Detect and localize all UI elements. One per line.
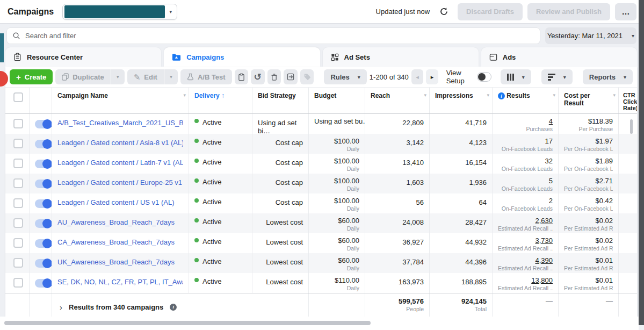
campaign-toggle[interactable] [35, 199, 51, 208]
ad-sets-grid-icon [331, 53, 339, 61]
campaign-toggle[interactable] [35, 160, 51, 168]
row-checkbox[interactable] [13, 218, 23, 228]
tab-ads[interactable]: Ads [481, 47, 637, 67]
export-button[interactable] [284, 69, 298, 84]
campaign-toggle[interactable] [35, 239, 51, 248]
sort-caret-icon[interactable]: ▾ [553, 92, 555, 98]
columns-button[interactable]: ▾ [501, 69, 531, 84]
tag-icon [303, 73, 311, 81]
totals-summary[interactable]: › Results from 340 campaigns i [52, 293, 309, 317]
results-value[interactable]: 4,390 [498, 256, 553, 264]
column-header-impressions[interactable]: Impressions ▾ [430, 88, 493, 113]
vertical-scrollbar[interactable] [630, 119, 633, 134]
row-checkbox[interactable] [13, 178, 23, 188]
delete-button[interactable] [267, 69, 281, 84]
column-header-campaign-name[interactable]: Campaign Name ▾ [52, 88, 189, 113]
search-input[interactable]: Search and filter [6, 27, 540, 44]
create-button[interactable]: + Create [10, 69, 53, 84]
results-value[interactable]: 2,630 [498, 217, 553, 225]
campaign-toggle[interactable] [35, 259, 51, 268]
info-icon[interactable]: i [498, 92, 505, 99]
results-value[interactable]: 2 [498, 197, 553, 205]
campaign-name-link[interactable]: A/B_Test_Creatives_March_2021_US_Broad_… [57, 119, 183, 127]
duplicate-dropdown-button[interactable]: ▾ [111, 69, 125, 84]
results-value[interactable]: 4 [498, 117, 553, 125]
review-and-publish-button[interactable]: Review and Publish [527, 3, 610, 20]
breakdown-button[interactable]: ▾ [541, 69, 573, 84]
undo-button[interactable]: ↺ [251, 69, 265, 84]
more-options-button[interactable]: … [615, 3, 636, 20]
budget-cell: $60.00 Daily [309, 213, 365, 233]
pin-clipboard-button[interactable] [235, 69, 249, 84]
date-range-selector[interactable]: Yesterday: Mar 11, 2021 ▾ [545, 27, 636, 44]
row-checkbox[interactable] [13, 119, 23, 128]
row-checkbox[interactable] [13, 198, 23, 208]
previous-page-button[interactable]: ◂ [411, 69, 423, 84]
column-header-ctr[interactable]: CTR ( Click- Rate) [619, 88, 637, 113]
rules-button[interactable]: Rules ▾ [324, 69, 366, 84]
column-header-reach[interactable]: Reach ▾ [365, 88, 430, 113]
tag-button[interactable] [300, 69, 314, 84]
campaign-name-link[interactable]: Leadgen / Gated content / Latin-7 v1 (AL… [57, 159, 183, 167]
chevron-right-icon[interactable]: › [60, 303, 62, 312]
row-checkbox[interactable] [13, 278, 23, 288]
totals-impressions: 924,145 Total [430, 293, 493, 317]
budget-cell: $100.00 Daily [309, 174, 365, 193]
sort-caret-icon[interactable]: ▾ [183, 92, 186, 98]
column-header-cost-per-result[interactable]: Cost per Result ▾ [559, 88, 619, 113]
cost-per-result-cell: $118.39 Per Purchase [559, 114, 619, 134]
sort-caret-icon[interactable]: ▾ [424, 92, 426, 98]
column-header-delivery[interactable]: Delivery ↑ [189, 88, 252, 113]
account-selector-dropdown[interactable]: ▾ [62, 4, 177, 20]
tab-campaigns[interactable]: Campaigns [164, 47, 320, 67]
campaign-name-link[interactable]: Leadgen / Gated content / Asia-8 v1 (AL) [57, 139, 183, 147]
edit-button[interactable]: ✎ Edit [127, 69, 164, 84]
tab-ad-sets[interactable]: Ad Sets [323, 47, 479, 67]
campaign-name-link[interactable]: AU_Awareness_Broad_Reach_7days [57, 218, 183, 226]
column-header-results[interactable]: i Results ▾ [493, 88, 559, 113]
duplicate-button[interactable]: Duplicate [55, 69, 111, 84]
chevron-down-icon: ▾ [624, 74, 626, 80]
campaign-name-link[interactable]: Leadgen / Gated content / Europe-25 v1 (… [57, 178, 183, 186]
results-value[interactable]: 17 [498, 137, 553, 145]
discard-drafts-button[interactable]: Discard Drafts [458, 3, 523, 20]
campaign-toggle[interactable] [35, 120, 51, 128]
column-header-bid-strategy[interactable]: Bid Strategy [252, 88, 309, 113]
row-checkbox[interactable] [13, 159, 23, 168]
edit-dropdown-button[interactable]: ▾ [164, 69, 178, 84]
chevron-down-icon: ▾ [522, 74, 525, 80]
chevron-down-icon: ▾ [358, 74, 360, 80]
view-setup-toggle[interactable] [477, 72, 491, 82]
info-icon[interactable]: i [170, 304, 177, 311]
campaign-name-link[interactable]: SE, DK, NO, NL, CZ, FR, PT, PL, IT_Aware… [57, 278, 183, 286]
campaign-toggle[interactable] [35, 219, 51, 228]
cost-per-result-value: $0.42 [564, 197, 613, 205]
campaign-toggle[interactable] [35, 279, 51, 288]
results-value[interactable]: 32 [498, 157, 553, 165]
table-row: AU_Awareness_Broad_Reach_7days Active Lo… [5, 213, 637, 233]
campaign-name-link[interactable]: UK_Awareness_Broad_Reach_7days [57, 258, 183, 266]
sort-caret-icon[interactable]: ▾ [613, 92, 616, 98]
select-all-checkbox[interactable] [13, 92, 23, 102]
row-checkbox[interactable] [13, 238, 23, 248]
results-value[interactable]: 5 [498, 177, 553, 185]
next-page-button[interactable]: ▸ [426, 69, 438, 84]
sort-caret-icon[interactable]: ▾ [487, 92, 489, 98]
totals-results: — [493, 293, 559, 317]
reports-button[interactable]: Reports ▾ [583, 69, 633, 84]
campaign-toggle[interactable] [35, 180, 51, 188]
campaign-name-link[interactable]: CA_Awareness_Broad_Reach_7days [57, 238, 183, 246]
delivery-cell: Active [189, 233, 252, 253]
results-value[interactable]: 13,800 [498, 276, 553, 284]
results-value[interactable]: 3,730 [498, 236, 553, 245]
refresh-button[interactable] [435, 4, 453, 20]
tab-resource-center[interactable]: Resource Center [5, 47, 161, 67]
horizontal-scrollbar[interactable] [4, 321, 371, 325]
campaign-name-link[interactable]: Leadgen / Gated content / US v1 (AL) [57, 198, 183, 206]
row-checkbox[interactable] [13, 139, 23, 148]
campaign-toggle[interactable] [35, 140, 51, 148]
results-cell: 4,390 Estimated Ad Recall … [493, 253, 559, 273]
row-checkbox[interactable] [13, 258, 23, 268]
ab-test-button[interactable]: A/B Test [180, 69, 232, 84]
column-header-budget[interactable]: Budget [309, 88, 365, 113]
